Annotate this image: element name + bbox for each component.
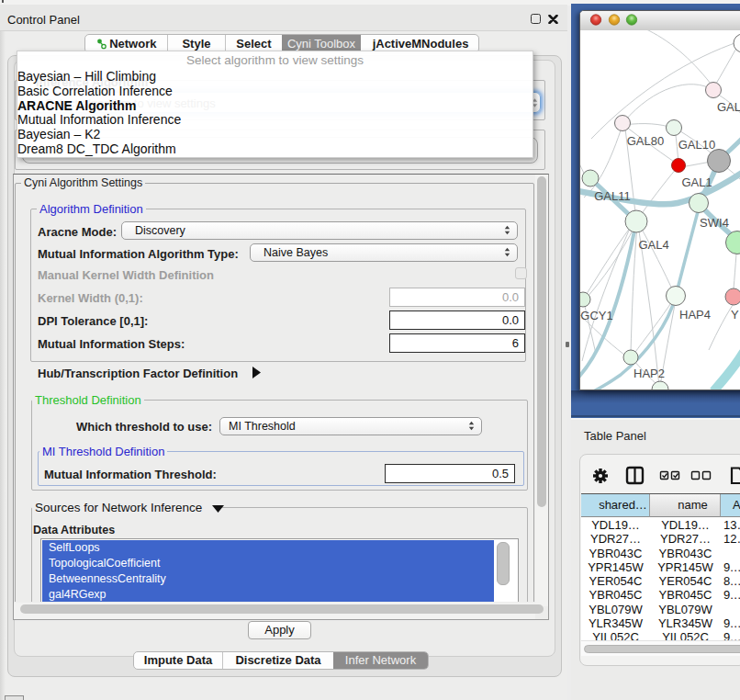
svg-text:SWI4: SWI4 [700, 216, 729, 230]
svg-text:GAL1: GAL1 [681, 175, 712, 189]
svg-text:GAL7: GAL7 [717, 100, 740, 114]
svg-text:HAP2: HAP2 [633, 367, 665, 380]
svg-text:Y: Y [731, 308, 739, 322]
svg-text:GAL10: GAL10 [678, 138, 715, 152]
svg-text:GAL4: GAL4 [638, 238, 668, 252]
svg-text:GCY1: GCY1 [580, 309, 612, 322]
svg-text:GAL80: GAL80 [627, 134, 664, 148]
svg-text:HAP4: HAP4 [679, 308, 711, 322]
svg-text:GAL11: GAL11 [594, 189, 631, 203]
